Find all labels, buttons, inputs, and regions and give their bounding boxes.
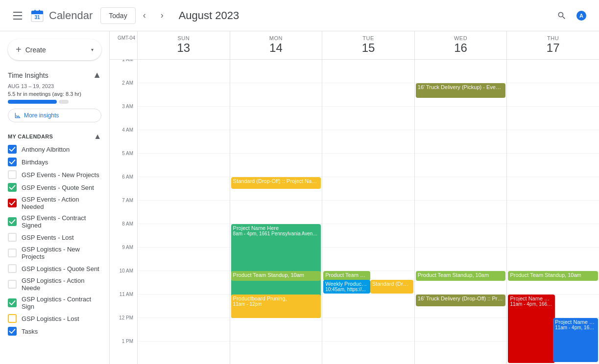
calendar-checkbox <box>8 314 17 323</box>
hour-tue-7 <box>322 201 414 224</box>
hour-sun-10 <box>138 271 230 295</box>
calendar-item-10[interactable]: GSP Logistics - Contract Sign <box>0 294 109 312</box>
more-insights-button[interactable]: More insights <box>8 109 101 122</box>
section-toggle-icon[interactable]: ▲ <box>94 132 101 141</box>
event-thu-standup[interactable]: Product Team Standup, 10am <box>508 271 598 281</box>
calendar-item-label: GSP Events - Action Needed <box>22 196 101 210</box>
hour-mon-7 <box>230 201 322 224</box>
event-mon-standup[interactable]: Product Team Standup, 10am <box>231 271 321 281</box>
event-wed-truck-dropoff[interactable]: 16' Truck Delivery (Drop-Off) :: Projec <box>416 295 506 306</box>
grid-col-thu: Product Team Standup, 10am Project Name … <box>506 60 599 364</box>
day-number-wed: 16 <box>415 41 507 55</box>
calendar-item-3[interactable]: GSP Events - Quote Sent <box>0 181 109 194</box>
day-name-wed: WED <box>415 35 507 41</box>
calendar-item-4[interactable]: GSP Events - Action Needed <box>0 194 109 212</box>
event-thu-project2[interactable]: Project Name Here 11am - 4pm, 1661 Penns… <box>553 318 598 362</box>
calendar-item-label: GSP Logistics - Action Neede <box>22 277 101 292</box>
calendar-checkbox <box>8 264 17 273</box>
hour-sun-13 <box>138 341 230 364</box>
search-button[interactable] <box>552 6 572 25</box>
main-layout: + Create ▾ Time Insights ▲ AUG 13 – 19, … <box>0 31 599 364</box>
calendar-item-label: GSP Events - Quote Sent <box>22 184 94 191</box>
event-detail: 11am - 4pm, 1661 Pennsylvania Avenue NW,… <box>555 325 596 330</box>
event-detail: 11am - 4pm, 1661 Pennsylvania Avenue NW,… <box>510 301 553 307</box>
time-label-6am: 6 AM <box>110 174 137 198</box>
calendar-checkbox <box>8 280 17 289</box>
time-grid: 1 AM 2 AM 3 AM 4 AM 5 AM 6 AM 7 AM 8 AM … <box>110 60 599 364</box>
day-header-sun: SUN 13 <box>137 31 230 59</box>
hour-wed-12 <box>415 318 507 341</box>
event-tue-standup[interactable]: Product Team Standup, 10am <box>323 271 370 281</box>
hour-wed-9 <box>415 248 507 271</box>
next-button[interactable]: › <box>153 7 171 24</box>
event-title: Standard (Drop-Off) :: Project Name H <box>233 178 319 184</box>
day-name-thu: THU <box>507 35 599 41</box>
collapse-icon[interactable]: ▲ <box>93 70 101 80</box>
hour-wed-3 <box>415 107 507 130</box>
event-detail: 10:45am, https://... <box>325 287 368 292</box>
create-plus-icon: + <box>16 44 22 55</box>
time-label-7am: 7 AM <box>110 198 137 221</box>
calendar-items-list: Anthony AlbrittonBirthdaysGSP Events - N… <box>0 143 109 338</box>
hour-tue-13 <box>322 341 414 364</box>
event-title: Project Name Here <box>233 225 319 231</box>
day-name-mon: MON <box>230 35 322 41</box>
header: 31 Calendar Today ‹ › August 2023 A <box>0 0 599 31</box>
calendar-item-7[interactable]: GSP Logistics - New Projects <box>0 244 109 262</box>
event-thu-project[interactable]: Project Name Here 11am - 4pm, 1661 Penns… <box>508 295 555 363</box>
hamburger-button[interactable] <box>8 6 27 25</box>
calendar-item-label: Birthdays <box>22 159 48 166</box>
hour-sun-8 <box>138 224 230 248</box>
hour-thu-4 <box>507 130 599 154</box>
calendar-item-5[interactable]: GSP Events - Contract Signed <box>0 212 109 231</box>
hour-wed-8 <box>415 224 507 248</box>
day-name-sun: SUN <box>138 35 230 41</box>
hour-sun-12 <box>138 318 230 341</box>
account-icon: A <box>575 10 587 22</box>
event-title: Project Name Here <box>555 319 596 325</box>
today-button[interactable]: Today <box>100 7 135 24</box>
hour-thu-3 <box>507 107 599 130</box>
event-wed-standup[interactable]: Product Team Standup, 10am <box>416 271 506 281</box>
hour-sun-11 <box>138 295 230 318</box>
event-tue-weekly-sync[interactable]: Weekly Product Sync 10:45am, https://... <box>323 280 370 294</box>
calendar-item-2[interactable]: GSP Events - New Projects <box>0 168 109 181</box>
calendar-item-11[interactable]: GSP Logistics - Lost <box>0 312 109 325</box>
calendar-checkbox <box>8 183 17 192</box>
time-label-8am: 8 AM <box>110 221 137 245</box>
hour-mon-2 <box>230 83 322 107</box>
calendar-item-12[interactable]: Tasks <box>0 325 109 338</box>
day-headers: GMT-04 SUN 13 MON 14 TUE 15 WED 16 THU 1… <box>110 31 599 60</box>
create-button[interactable]: + Create ▾ <box>8 39 101 60</box>
app-title: Calendar <box>49 9 93 22</box>
day-name-tue: TUE <box>322 35 414 41</box>
event-wed-truck-pickup[interactable]: 16' Truck Delivery (Pickup) - Event N <box>416 83 506 98</box>
grid-col-sun <box>137 60 230 364</box>
event-title: Product Team Standup, 10am <box>418 272 504 278</box>
svg-rect-2 <box>31 13 43 14</box>
calendar-checkbox <box>8 249 17 257</box>
hour-wed-6 <box>415 177 507 201</box>
hour-tue-2 <box>322 83 414 107</box>
account-button[interactable]: A <box>572 6 591 25</box>
calendar-item-8[interactable]: GSP Logistics - Quote Sent <box>0 262 109 275</box>
event-tue-standard-dropoff[interactable]: Standard (Drop-Off) <box>370 280 413 294</box>
calendar-item-0[interactable]: Anthony Albritton <box>0 143 109 156</box>
grid-col-tue: Product Team Standup, 10am Weekly Produc… <box>322 60 414 364</box>
prev-button[interactable]: ‹ <box>136 7 153 24</box>
calendar-checkbox <box>8 158 17 166</box>
calendar-checkbox <box>8 170 17 179</box>
time-label-12pm: 12 PM <box>110 315 137 339</box>
hour-thu-2 <box>507 83 599 107</box>
event-mon-standard-dropoff[interactable]: Standard (Drop-Off) :: Project Name H <box>231 177 321 189</box>
google-calendar-icon: 31 <box>29 8 45 23</box>
calendar-item-9[interactable]: GSP Logistics - Action Neede <box>0 275 109 294</box>
calendar-checkbox <box>8 327 17 336</box>
event-mon-productboard[interactable]: Productboard Pruning, 11am - 12pm <box>231 295 321 318</box>
hour-tue-3 <box>322 107 414 130</box>
calendar-item-6[interactable]: GSP Events - Lost <box>0 231 109 244</box>
hour-thu-5 <box>507 154 599 177</box>
hour-sun-5 <box>138 154 230 177</box>
calendar-item-1[interactable]: Birthdays <box>0 156 109 168</box>
grid-columns: Standard (Drop-Off) :: Project Name H Pr… <box>137 60 599 364</box>
